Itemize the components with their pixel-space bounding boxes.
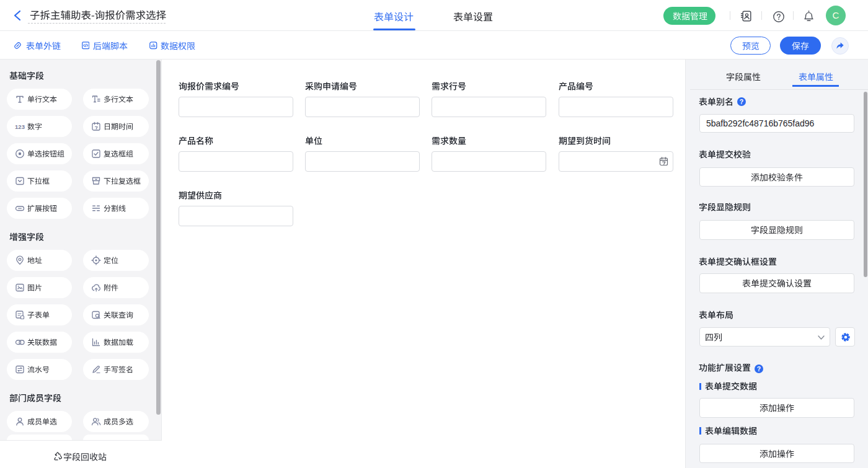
svg-text:123: 123 bbox=[15, 123, 25, 130]
